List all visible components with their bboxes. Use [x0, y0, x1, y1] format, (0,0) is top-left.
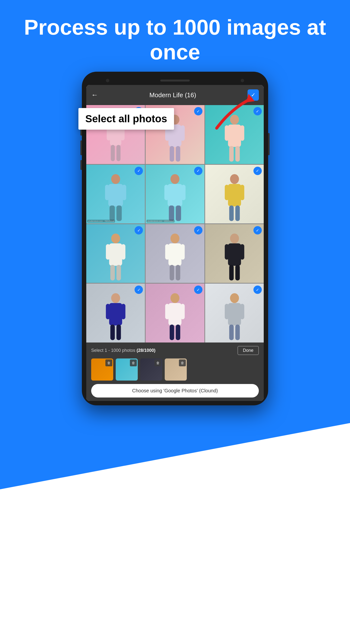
svg-point-36 — [111, 234, 120, 244]
selection-label: Select 1 - 1000 photos (28/1000) — [91, 348, 155, 353]
svg-rect-70 — [229, 324, 234, 340]
camera-right — [241, 79, 244, 82]
photo-check-badge: ✓ — [135, 167, 143, 175]
svg-rect-64 — [170, 324, 174, 340]
svg-rect-39 — [121, 244, 126, 260]
svg-rect-21 — [122, 185, 126, 200]
svg-point-30 — [230, 174, 239, 184]
svg-rect-58 — [110, 324, 115, 340]
trash-icon: 🗑 — [156, 361, 160, 365]
svg-rect-57 — [121, 304, 126, 319]
svg-rect-29 — [176, 206, 181, 221]
thumbnail-item[interactable]: 🗑 — [140, 358, 162, 380]
back-button[interactable]: ← — [91, 91, 98, 99]
svg-rect-23 — [116, 206, 122, 221]
svg-rect-26 — [165, 185, 169, 200]
thumbnail-delete-button[interactable]: 🗑 — [105, 360, 112, 366]
svg-rect-31 — [228, 184, 241, 206]
album-title: Modern Life (16) — [150, 91, 196, 99]
side-button-right — [268, 133, 270, 155]
tooltip-text: Select all photos — [85, 113, 167, 124]
thumbnail-strip: 🗑 🗑 🗑 — [91, 358, 259, 380]
phone-notch — [86, 76, 264, 85]
google-photos-button[interactable]: Choose using 'Google Photos' (Clound) — [91, 384, 259, 398]
thumbnail-item[interactable]: 🗑 — [165, 358, 187, 380]
svg-rect-56 — [106, 304, 110, 319]
svg-rect-55 — [109, 303, 122, 325]
photo-cell[interactable]: ✓ — [86, 224, 145, 283]
svg-rect-19 — [108, 184, 123, 206]
photo-check-badge: ✓ — [253, 167, 262, 175]
svg-point-42 — [171, 234, 180, 244]
svg-rect-11 — [176, 146, 180, 162]
photo-cell[interactable]: ✓ — [146, 224, 204, 283]
svg-rect-38 — [106, 244, 110, 260]
svg-rect-25 — [168, 184, 182, 206]
done-button[interactable]: Done — [237, 346, 259, 355]
svg-rect-51 — [240, 244, 244, 260]
svg-rect-40 — [110, 265, 115, 280]
photo-cell[interactable]: ✓ — [205, 224, 264, 283]
photo-cell[interactable]: ✓ — [205, 165, 264, 224]
svg-rect-61 — [168, 303, 181, 325]
svg-rect-4 — [111, 145, 115, 161]
photo-check-badge: ✓ — [194, 286, 202, 294]
svg-rect-5 — [116, 145, 121, 161]
photo-cell[interactable]: ✓ shutterstock.com · 100414904 — [146, 165, 204, 224]
svg-rect-44 — [165, 244, 169, 260]
trash-icon: 🗑 — [132, 361, 135, 365]
svg-rect-37 — [109, 243, 122, 266]
svg-rect-63 — [181, 304, 185, 319]
svg-rect-59 — [116, 324, 121, 340]
phone-speaker — [160, 80, 190, 82]
svg-rect-43 — [168, 243, 181, 266]
svg-rect-45 — [181, 244, 185, 260]
svg-rect-33 — [240, 185, 244, 200]
svg-point-60 — [171, 293, 180, 303]
svg-rect-65 — [176, 324, 180, 340]
photo-cell[interactable]: ✓ — [86, 284, 145, 342]
svg-rect-49 — [228, 243, 241, 266]
svg-point-54 — [111, 293, 120, 303]
watermark-text: shutterstock.com · 766161538 — [87, 220, 115, 222]
photo-check-badge: ✓ — [194, 226, 202, 234]
thumbnail-delete-button[interactable]: 🗑 — [155, 360, 161, 366]
svg-rect-67 — [228, 303, 241, 325]
svg-rect-22 — [110, 206, 115, 221]
svg-rect-28 — [169, 206, 174, 221]
svg-point-48 — [230, 234, 239, 244]
svg-rect-32 — [224, 185, 229, 200]
photo-cell[interactable]: ✓ shutterstock.com · 766161538 — [86, 165, 145, 224]
thumbnail-item[interactable]: 🗑 — [91, 358, 113, 380]
svg-rect-69 — [240, 304, 244, 319]
svg-point-18 — [111, 174, 120, 184]
photo-cell[interactable]: ✓ — [205, 284, 264, 342]
svg-rect-16 — [229, 146, 234, 162]
selection-count: (28/1000) — [137, 348, 155, 353]
photo-grid: ✓ ✓ — [86, 105, 264, 342]
svg-marker-72 — [246, 94, 255, 102]
selection-info: Select 1 - 1000 photos (28/1000) Done — [91, 346, 259, 355]
svg-rect-34 — [229, 206, 234, 221]
thumbnail-delete-button[interactable]: 🗑 — [130, 360, 137, 366]
svg-rect-53 — [235, 265, 240, 280]
svg-rect-20 — [105, 185, 109, 200]
hero-title: Process up to 1000 images at once — [0, 0, 350, 72]
thumbnail-item[interactable]: 🗑 — [116, 358, 138, 380]
svg-rect-47 — [176, 265, 180, 280]
svg-rect-41 — [116, 265, 121, 280]
trash-icon: 🗑 — [107, 361, 111, 365]
thumbnail-delete-button[interactable]: 🗑 — [179, 360, 186, 366]
svg-rect-27 — [182, 185, 186, 200]
watermark-text: shutterstock.com · 100414904 — [147, 220, 174, 222]
svg-rect-35 — [235, 206, 240, 221]
photo-check-badge: ✓ — [194, 167, 202, 175]
photo-cell[interactable]: ✓ — [146, 284, 204, 342]
svg-rect-52 — [229, 265, 234, 280]
photo-check-badge: ✓ — [253, 226, 262, 234]
svg-rect-17 — [235, 146, 240, 162]
red-arrow — [212, 89, 261, 139]
svg-point-24 — [171, 174, 180, 184]
svg-rect-46 — [170, 265, 174, 280]
svg-rect-71 — [235, 324, 240, 340]
